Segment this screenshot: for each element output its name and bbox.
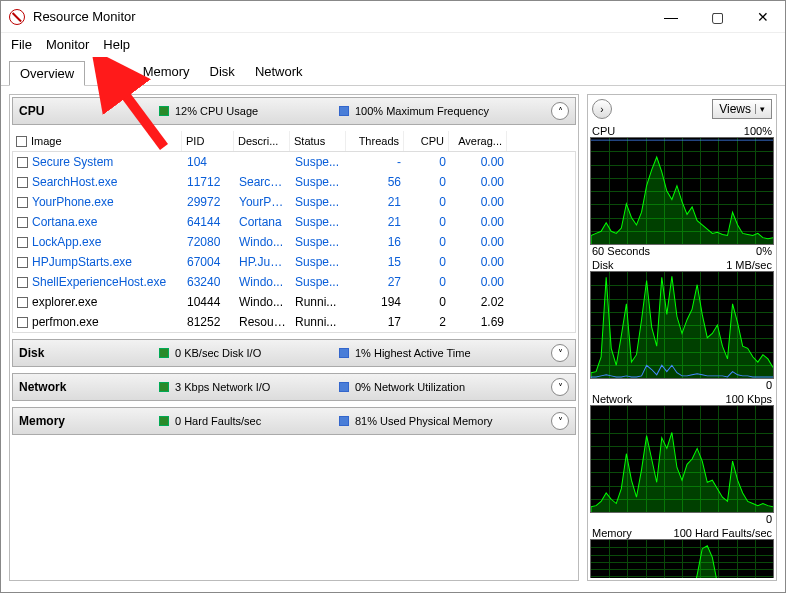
right-toolbar: › Views▾ — [590, 97, 774, 125]
chart-max: 100 Hard Faults/sec — [674, 527, 772, 539]
chevron-down-icon: ▾ — [755, 104, 765, 114]
chart-title: Disk — [592, 259, 613, 271]
net-util-label: 0% Network Utilization — [355, 381, 465, 393]
checkbox-icon[interactable] — [17, 257, 28, 268]
chart-memory: Memory100 Hard Faults/sec — [590, 527, 774, 578]
checkbox-icon[interactable] — [17, 217, 28, 228]
tab-network[interactable]: Network — [245, 60, 313, 85]
tab-cpu[interactable]: CPU — [85, 60, 132, 85]
tabbar: Overview CPU Memory Disk Network — [1, 56, 785, 86]
col-avg[interactable]: Averag... — [449, 131, 507, 151]
col-image[interactable]: Image — [12, 131, 182, 151]
network-panel-header[interactable]: Network 3 Kbps Network I/O 0% Network Ut… — [12, 373, 576, 401]
memory-panel-header[interactable]: Memory 0 Hard Faults/sec 81% Used Physic… — [12, 407, 576, 435]
chart-cpu: CPU100% 60 Seconds0% — [590, 125, 774, 257]
maximize-button[interactable]: ▢ — [703, 3, 731, 31]
menu-monitor[interactable]: Monitor — [46, 37, 89, 52]
chevron-up-icon[interactable]: ˄ — [551, 102, 569, 120]
checkbox-icon[interactable] — [17, 277, 28, 288]
cpu-panel-title: CPU — [19, 104, 159, 118]
col-desc[interactable]: Descri... — [234, 131, 290, 151]
col-cpu[interactable]: CPU — [404, 131, 449, 151]
window-title: Resource Monitor — [33, 9, 136, 24]
chart-max: 100% — [744, 125, 772, 137]
mem-used-label: 81% Used Physical Memory — [355, 415, 493, 427]
cpu-freq-label: 100% Maximum Frequency — [355, 105, 489, 117]
chevron-down-icon[interactable]: ˅ — [551, 412, 569, 430]
minimize-button[interactable]: — — [657, 3, 685, 31]
square-blue-icon — [339, 382, 349, 392]
table-row[interactable]: HPJumpStarts.exe 67004HP.Jum...Suspe... … — [13, 252, 575, 272]
table-row[interactable]: LockApp.exe 72080Windo...Suspe... 1600.0… — [13, 232, 575, 252]
checkbox-icon[interactable] — [16, 136, 27, 147]
net-io-label: 3 Kbps Network I/O — [175, 381, 270, 393]
col-pid[interactable]: PID — [182, 131, 234, 151]
square-green-icon — [159, 382, 169, 392]
chart-canvas — [590, 405, 774, 513]
table-row[interactable]: ShellExperienceHost.exe 63240Windo...Sus… — [13, 272, 575, 292]
cpu-table-header: Image PID Descri... Status Threads CPU A… — [12, 131, 576, 152]
chart-min: 0 — [766, 379, 772, 391]
checkbox-icon[interactable] — [17, 157, 28, 168]
disk-io-label: 0 KB/sec Disk I/O — [175, 347, 261, 359]
square-blue-icon — [339, 106, 349, 116]
disk-active-label: 1% Highest Active Time — [355, 347, 471, 359]
menu-file[interactable]: File — [11, 37, 32, 52]
window-controls: — ▢ ✕ — [657, 3, 777, 31]
titlebar: Resource Monitor — ▢ ✕ — [1, 1, 785, 33]
chart-xlabel: 60 Seconds — [592, 245, 650, 257]
network-panel-title: Network — [19, 380, 159, 394]
chevron-down-icon[interactable]: ˅ — [551, 378, 569, 396]
chart-list: CPU100% 60 Seconds0%Disk1 MB/sec 0Networ… — [590, 125, 774, 578]
square-green-icon — [159, 106, 169, 116]
chart-disk: Disk1 MB/sec 0 — [590, 259, 774, 391]
menu-help[interactable]: Help — [103, 37, 130, 52]
chart-canvas — [590, 271, 774, 379]
checkbox-icon[interactable] — [17, 297, 28, 308]
checkbox-icon[interactable] — [17, 197, 28, 208]
chart-max: 100 Kbps — [726, 393, 772, 405]
table-row[interactable]: Cortana.exe 64144CortanaSuspe... 2100.00 — [13, 212, 575, 232]
left-column: CPU 12% CPU Usage 100% Maximum Frequency… — [9, 94, 579, 581]
chart-canvas — [590, 137, 774, 245]
cpu-panel-header[interactable]: CPU 12% CPU Usage 100% Maximum Frequency… — [12, 97, 576, 125]
disk-panel-header[interactable]: Disk 0 KB/sec Disk I/O 1% Highest Active… — [12, 339, 576, 367]
checkbox-icon[interactable] — [17, 237, 28, 248]
square-green-icon — [159, 416, 169, 426]
menubar: File Monitor Help — [1, 33, 785, 56]
table-row[interactable]: perfmon.exe 81252Resour...Runni... 1721.… — [13, 312, 575, 332]
table-row[interactable]: explorer.exe 10444Windo...Runni... 19402… — [13, 292, 575, 312]
table-row[interactable]: Secure System 104Suspe... -00.00 — [13, 152, 575, 172]
cpu-table: Image PID Descri... Status Threads CPU A… — [12, 131, 576, 333]
right-column: › Views▾ CPU100% 60 Seconds0%Disk1 MB/se… — [587, 94, 777, 581]
tab-overview[interactable]: Overview — [9, 61, 85, 86]
chevron-down-icon[interactable]: ˅ — [551, 344, 569, 362]
square-blue-icon — [339, 416, 349, 426]
col-threads[interactable]: Threads — [346, 131, 404, 151]
tab-memory[interactable]: Memory — [133, 60, 200, 85]
app-icon — [9, 9, 25, 25]
chart-title: Memory — [592, 527, 632, 539]
collapse-charts-button[interactable]: › — [592, 99, 612, 119]
checkbox-icon[interactable] — [17, 177, 28, 188]
table-row[interactable]: SearchHost.exe 11712Search...Suspe... 56… — [13, 172, 575, 192]
disk-panel-title: Disk — [19, 346, 159, 360]
square-blue-icon — [339, 348, 349, 358]
col-status[interactable]: Status — [290, 131, 346, 151]
cpu-usage-label: 12% CPU Usage — [175, 105, 258, 117]
cpu-table-body: Secure System 104Suspe... -00.00SearchHo… — [12, 152, 576, 333]
chart-min: 0 — [766, 513, 772, 525]
checkbox-icon[interactable] — [17, 317, 28, 328]
chart-max: 1 MB/sec — [726, 259, 772, 271]
chart-network: Network100 Kbps 0 — [590, 393, 774, 525]
close-button[interactable]: ✕ — [749, 3, 777, 31]
tab-disk[interactable]: Disk — [200, 60, 245, 85]
chart-min: 0% — [756, 245, 772, 257]
memory-panel-title: Memory — [19, 414, 159, 428]
views-dropdown[interactable]: Views▾ — [712, 99, 772, 119]
chart-title: CPU — [592, 125, 615, 137]
table-row[interactable]: YourPhone.exe 29972YourPh...Suspe... 210… — [13, 192, 575, 212]
chart-canvas — [590, 539, 774, 578]
chart-title: Network — [592, 393, 632, 405]
mem-faults-label: 0 Hard Faults/sec — [175, 415, 261, 427]
